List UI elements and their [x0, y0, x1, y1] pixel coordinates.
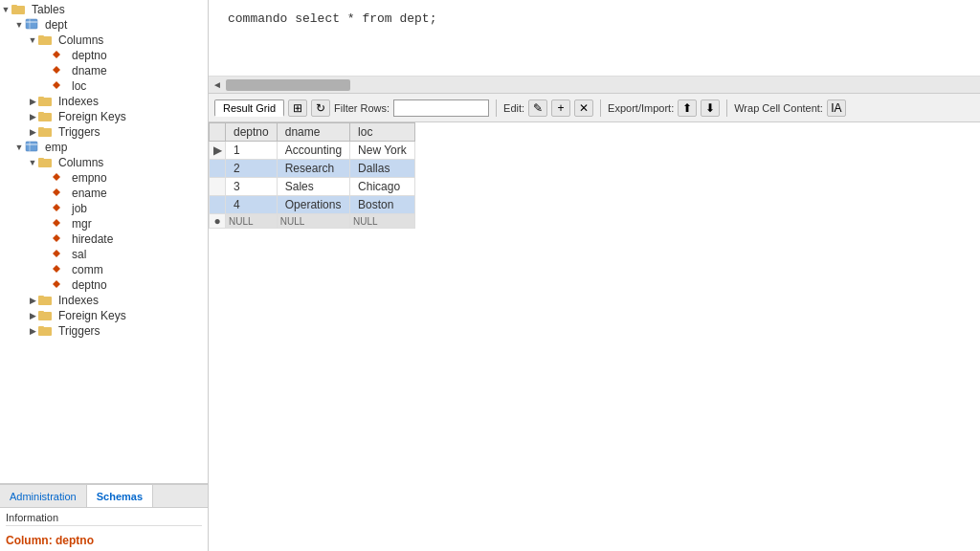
cell-deptno[interactable]: 3 [226, 178, 278, 196]
edit-label: Edit: [503, 102, 524, 114]
svg-marker-28 [53, 280, 60, 288]
null-cell-loc: NULL [350, 214, 415, 229]
tree-node-sal[interactable]: sal [0, 247, 208, 262]
tree-node-dept-columns[interactable]: ▼Columns [0, 33, 208, 48]
tab-schemas[interactable]: Schemas [87, 485, 153, 507]
svg-marker-22 [53, 188, 60, 196]
col-dname[interactable]: dname [277, 123, 349, 142]
wrap-cell-label: Wrap Cell Content: [734, 102, 823, 114]
tree-node-empno[interactable]: empno [0, 170, 208, 186]
tree-node-emp[interactable]: ▼emp [0, 140, 208, 155]
result-table: deptno dname loc ▶1AccountingNew York2Re… [209, 122, 415, 229]
cell-loc[interactable]: Dallas [350, 160, 415, 178]
cell-loc[interactable]: Chicago [350, 178, 415, 196]
tab-administration[interactable]: Administration [0, 485, 87, 507]
tree-node-dname[interactable]: dname [0, 63, 208, 78]
tree-node-mgr[interactable]: mgr [0, 216, 208, 231]
label-loc: loc [72, 79, 86, 93]
tree-node-dept[interactable]: ▼dept [0, 17, 208, 33]
icon-table [25, 141, 40, 154]
cell-deptno[interactable]: 1 [226, 142, 278, 160]
grid-view-icon[interactable]: ⊞ [288, 99, 307, 117]
tree-node-emp-deptno[interactable]: deptno [0, 277, 208, 293]
tree-node-emp-fk[interactable]: ▶Foreign Keys [0, 308, 208, 323]
label-tables: Tables [32, 3, 65, 16]
tree-node-emp-triggers[interactable]: ▶Triggers [0, 323, 208, 339]
col-loc[interactable]: loc [350, 123, 415, 142]
icon-folder [38, 125, 54, 139]
icon-folder [38, 309, 54, 322]
cell-deptno[interactable]: 4 [226, 196, 278, 214]
scroll-thumb[interactable] [226, 79, 350, 91]
cell-dname[interactable]: Sales [277, 178, 349, 196]
table-row[interactable]: ▶1AccountingNew York [210, 142, 415, 160]
table-row[interactable]: 3SalesChicago [210, 178, 415, 196]
cell-deptno[interactable]: 2 [226, 160, 278, 178]
tree-node-deptno[interactable]: deptno [0, 48, 208, 63]
svg-marker-8 [53, 66, 60, 74]
icon-folder [38, 294, 54, 307]
svg-rect-1 [11, 5, 17, 8]
edit-icon[interactable]: ✎ [528, 99, 547, 117]
icon-diamond [52, 248, 67, 261]
scroll-left-arrow[interactable]: ◄ [212, 79, 222, 90]
row-indicator-cell [210, 178, 226, 196]
svg-rect-11 [38, 97, 44, 99]
import-icon[interactable]: ⬇ [701, 99, 720, 117]
svg-rect-20 [38, 158, 44, 161]
tree-node-tables[interactable]: ▼Tables [0, 2, 208, 17]
tree-node-hiredate[interactable]: hiredate [0, 231, 208, 247]
cell-loc[interactable]: New York [350, 142, 415, 160]
label-empno: empno [72, 171, 107, 185]
label-dept-columns: Columns [58, 33, 103, 47]
cell-loc[interactable]: Boston [350, 196, 415, 214]
svg-marker-21 [53, 173, 60, 181]
svg-marker-27 [53, 265, 60, 273]
table-row[interactable]: 4OperationsBoston [210, 196, 415, 214]
object-tree[interactable]: ▼Tables▼dept▼Columnsdeptnodnameloc▶Index… [0, 0, 208, 483]
icon-diamond [52, 171, 67, 185]
add-row-icon[interactable]: + [551, 99, 570, 117]
svg-marker-26 [53, 250, 60, 257]
tree-node-emp-indexes[interactable]: ▶Indexes [0, 293, 208, 308]
label-emp-deptno: deptno [72, 278, 107, 292]
tree-node-ename[interactable]: ename [0, 186, 208, 201]
label-comm: comm [72, 263, 103, 276]
filter-rows-input[interactable] [393, 99, 489, 117]
result-grid-tab[interactable]: Result Grid [214, 99, 284, 117]
tree-node-emp-columns[interactable]: ▼Columns [0, 155, 208, 170]
label-job: job [72, 202, 87, 215]
tree-node-dept-fk[interactable]: ▶Foreign Keys [0, 109, 208, 124]
query-area: commando select * from dept; [209, 0, 980, 77]
svg-marker-25 [53, 234, 60, 242]
column-info-prefix: Column: [6, 534, 56, 547]
cell-dname[interactable]: Accounting [277, 142, 349, 160]
svg-marker-24 [53, 219, 60, 227]
horizontal-scrollbar[interactable]: ◄ [209, 77, 980, 94]
label-sal: sal [72, 248, 86, 261]
row-indicator-cell [210, 196, 226, 214]
null-row: ●NULLNULLNULL [210, 214, 415, 229]
svg-marker-7 [53, 51, 60, 58]
icon-diamond [52, 49, 67, 62]
cell-dname[interactable]: Research [277, 160, 349, 178]
right-panel: commando select * from dept; ◄ Result Gr… [209, 0, 980, 551]
refresh-icon[interactable]: ↻ [311, 99, 330, 117]
icon-folder [11, 3, 27, 16]
export-icon[interactable]: ⬆ [678, 99, 697, 117]
tree-node-dept-triggers[interactable]: ▶Triggers [0, 124, 208, 140]
export-import-label: Export/Import: [608, 102, 674, 114]
table-row[interactable]: 2ResearchDallas [210, 160, 415, 178]
tree-node-job[interactable]: job [0, 201, 208, 216]
tree-node-dept-indexes[interactable]: ▶Indexes [0, 94, 208, 109]
cell-dname[interactable]: Operations [277, 196, 349, 214]
wrap-icon[interactable]: IA [827, 99, 846, 117]
tree-node-loc[interactable]: loc [0, 78, 208, 94]
label-deptno: deptno [72, 49, 107, 62]
tree-node-comm[interactable]: comm [0, 262, 208, 277]
svg-rect-6 [38, 35, 44, 38]
delete-row-icon[interactable]: ✕ [574, 99, 593, 117]
svg-rect-34 [38, 326, 44, 329]
col-deptno[interactable]: deptno [226, 123, 278, 142]
icon-diamond [52, 217, 67, 231]
